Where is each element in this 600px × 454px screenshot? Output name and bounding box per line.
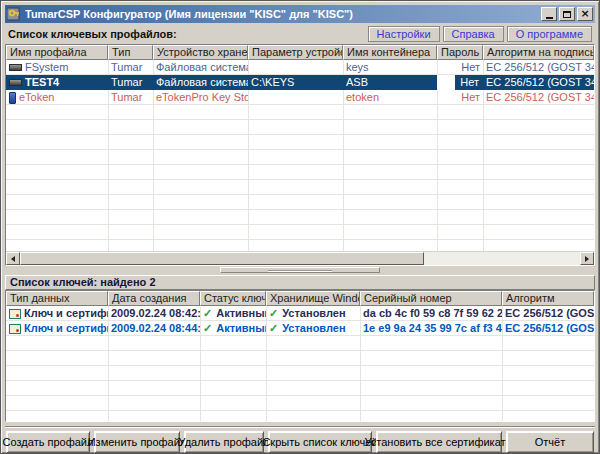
column-header-serial[interactable]: Серийный номер: [360, 291, 502, 306]
profile-row-etoken[interactable]: eToken Tumar eTokenPro Key Store etoken …: [6, 90, 594, 105]
key-windows-store: ✓Установлен: [266, 321, 360, 336]
key-serial: 1e e9 9a 24 35 99 7c af f3 4...: [360, 321, 502, 336]
column-header-key-status[interactable]: Статус ключа: [200, 291, 266, 306]
profile-algorithm: EC 256/512 (GOST 34.310-2004: [483, 60, 594, 75]
arrow-left-icon: [8, 256, 15, 262]
footer-buttons: Создать профайл Изменить профайл Удалить…: [5, 428, 595, 453]
key-row[interactable]: Ключ и сертифик... 2009.02.24 08:42:18 ✓…: [6, 306, 594, 321]
window-title: TumarCSP Конфигуратор (Имя лицензии "KIS…: [25, 8, 537, 20]
delete-profile-button[interactable]: Удалить профайл: [184, 431, 264, 453]
profile-name: eToken: [19, 90, 54, 105]
arrow-right-icon: [585, 256, 592, 262]
scrollbar-thumb[interactable]: [20, 252, 424, 265]
keys-rows-area: Ключ и сертифик... 2009.02.24 08:42:18 ✓…: [6, 306, 594, 422]
profiles-table: Имя профайла Тип Устройство хранения Пар…: [5, 44, 595, 266]
check-icon: ✓: [203, 322, 212, 334]
app-window: TumarCSP Конфигуратор (Имя лицензии "KIS…: [0, 0, 600, 454]
profile-algorithm: EC 256/512 (GOST 34.310-2004: [483, 90, 594, 105]
key-algorithm: EC 256/512 (GOST: [502, 321, 594, 336]
maximize-button[interactable]: [559, 7, 575, 21]
app-icon: [7, 7, 21, 21]
certificate-icon: [9, 309, 21, 319]
profiles-section-label: Список ключевых профайлов:: [8, 28, 177, 40]
key-data-type: Ключ и сертифик...: [24, 306, 108, 321]
column-header-device-param[interactable]: Параметр устройст...: [248, 45, 343, 60]
key-created: 2009.02.24 08:42:18: [108, 306, 200, 321]
column-header-profile-name[interactable]: Имя профайла: [6, 45, 108, 60]
scroll-right-button[interactable]: [580, 252, 594, 265]
column-header-type[interactable]: Тип: [108, 45, 153, 60]
column-header-windows-store[interactable]: Хранилище Windows: [266, 291, 360, 306]
profile-storage: Файловая система: [153, 60, 248, 75]
column-header-algorithm[interactable]: Алгоритм: [502, 291, 594, 306]
key-status: ✓Активный: [200, 306, 266, 321]
hide-key-list-button[interactable]: Скрыть список ключей: [268, 431, 372, 453]
profile-param: C:\KEYS: [248, 75, 343, 90]
column-header-container[interactable]: Имя контейнера: [343, 45, 437, 60]
profile-name: FSystem: [25, 60, 68, 75]
splitter-grip-icon[interactable]: [220, 267, 380, 273]
close-button[interactable]: ×: [577, 7, 593, 21]
drive-icon: [9, 64, 22, 71]
minimize-button[interactable]: [541, 7, 557, 21]
horizontal-scrollbar[interactable]: [6, 251, 594, 265]
key-row[interactable]: Ключ и сертифик... 2009.02.24 08:44:33 ✓…: [6, 321, 594, 336]
create-profile-button[interactable]: Создать профайл: [6, 431, 90, 453]
key-serial: da cb 4c f0 59 c8 7f 59 62 2b...: [360, 306, 502, 321]
column-header-password[interactable]: Пароль: [437, 45, 483, 60]
profile-container: etoken: [343, 90, 437, 105]
maximize-icon: [563, 11, 571, 18]
profile-algorithm: EC 256/512 (GOST 34.310-2004: [483, 75, 594, 90]
keys-section-header: Список ключей: найдено 2: [5, 275, 595, 290]
keys-table: Тип данных Дата создания Статус ключа Хр…: [5, 290, 595, 422]
profile-param: [248, 90, 343, 105]
check-icon: ✓: [203, 307, 212, 319]
profile-container: keys: [343, 60, 437, 75]
profile-type: Tumar: [108, 75, 153, 90]
drive-icon: [9, 79, 22, 86]
key-windows-store: ✓Установлен: [266, 306, 360, 321]
install-all-certs-button[interactable]: Установить все сертификаты: [376, 431, 502, 453]
usb-token-icon: [9, 92, 16, 104]
profile-container: ASB: [343, 75, 437, 90]
key-algorithm: EC 256/512 (GOST: [502, 306, 594, 321]
profile-storage: Файловая система: [153, 75, 248, 90]
profile-password: Нет: [437, 75, 483, 90]
close-icon: ×: [580, 9, 589, 19]
profile-storage: eTokenPro Key Store: [153, 90, 248, 105]
panel-splitter[interactable]: [5, 266, 595, 275]
report-button[interactable]: Отчёт: [506, 431, 594, 453]
key-created: 2009.02.24 08:44:33: [108, 321, 200, 336]
check-icon: ✓: [269, 307, 278, 319]
settings-button[interactable]: Настройки: [368, 26, 440, 42]
profile-name: TEST4: [25, 75, 59, 90]
column-header-created[interactable]: Дата создания: [108, 291, 200, 306]
profile-password: Нет: [437, 90, 483, 105]
certificate-icon: [9, 324, 21, 334]
profile-param: [248, 60, 343, 75]
profile-row-fsystem[interactable]: FSystem Tumar Файловая система keys Нет …: [6, 60, 594, 75]
help-button[interactable]: Справка: [443, 26, 504, 42]
column-header-sign-algorithm[interactable]: Алгоритм на подпись: [483, 45, 594, 60]
minimize-icon: [546, 17, 553, 19]
key-data-type: Ключ и сертифик...: [24, 321, 108, 336]
edit-profile-button[interactable]: Изменить профайл: [94, 431, 180, 453]
keys-table-header: Тип данных Дата создания Статус ключа Хр…: [6, 291, 594, 306]
profiles-rows-area: FSystem Tumar Файловая система keys Нет …: [6, 60, 594, 253]
about-button[interactable]: О программе: [507, 26, 592, 42]
profile-type: Tumar: [108, 90, 153, 105]
key-status: ✓Активный: [200, 321, 266, 336]
profile-type: Tumar: [108, 60, 153, 75]
scroll-left-button[interactable]: [6, 252, 20, 265]
check-icon: ✓: [269, 322, 278, 334]
toolbar: Список ключевых профайлов: Настройки Спр…: [5, 23, 595, 42]
column-header-data-type[interactable]: Тип данных: [6, 291, 108, 306]
titlebar[interactable]: TumarCSP Конфигуратор (Имя лицензии "KIS…: [5, 5, 595, 23]
profiles-table-header: Имя профайла Тип Устройство хранения Пар…: [6, 45, 594, 60]
profile-password: Нет: [437, 60, 483, 75]
column-header-storage[interactable]: Устройство хранения: [153, 45, 248, 60]
profile-row-test4-selected[interactable]: TEST4 Tumar Файловая система C:\KEYS ASB…: [6, 75, 594, 90]
